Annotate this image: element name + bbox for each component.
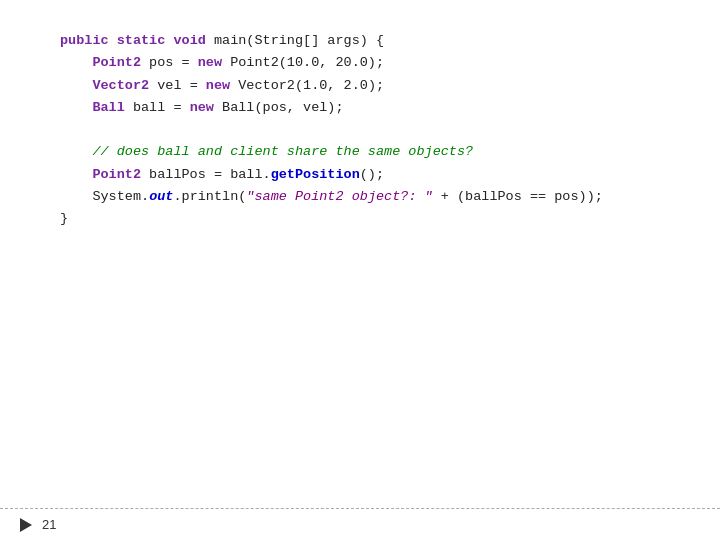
code-area: public static void main(String[] args) {… [0,0,720,508]
code-line-1: public static void main(String[] args) { [60,30,660,52]
code-line-3: Vector2 vel = new Vector2(1.0, 2.0); [60,75,660,97]
code-line-9: } [60,208,660,230]
slide: public static void main(String[] args) {… [0,0,720,540]
code-block: public static void main(String[] args) {… [60,30,660,230]
code-blank-line [60,119,660,141]
slide-footer: 21 [0,508,720,540]
code-line-2: Point2 pos = new Point2(10.0, 20.0); [60,52,660,74]
code-line-4: Ball ball = new Ball(pos, vel); [60,97,660,119]
slide-number: 21 [42,517,56,532]
code-line-8: System.out.println("same Point2 object?:… [60,186,660,208]
play-icon [20,518,32,532]
code-line-7: Point2 ballPos = ball.getPosition(); [60,164,660,186]
code-line-6: // does ball and client share the same o… [60,141,660,163]
